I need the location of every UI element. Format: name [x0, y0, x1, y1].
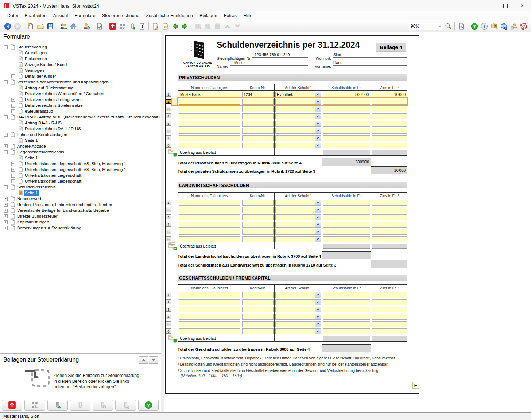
tree-item-verzeichnis-der-wertschriften-und-kapitalanlagen[interactable]: −Verzeichnis der Wertschriften und Kapit… [0, 79, 161, 85]
expand-icon[interactable]: + [11, 109, 15, 113]
debt-balance-input[interactable]: 500'000 [323, 92, 370, 97]
dropdown-button[interactable] [315, 229, 321, 234]
collapse-icon[interactable]: − [4, 80, 8, 84]
row-number-badge[interactable]: 1 [166, 92, 171, 97]
add-supplement-sheet-icon[interactable] [168, 335, 177, 343]
add-supplement-sheet-icon[interactable] [168, 242, 177, 250]
creditor-name-input[interactable] [179, 113, 240, 119]
creditor-name-input[interactable]: MusterBank [179, 92, 240, 97]
interest-input[interactable] [372, 236, 407, 242]
account-number-input[interactable] [242, 106, 274, 112]
tree-item-liegenschaftsverzeichnis[interactable]: −Liegenschaftsverzeichnis [0, 149, 161, 155]
zoom-search-button[interactable] [443, 22, 453, 31]
creditor-name-input[interactable] [179, 99, 240, 105]
creditor-name-input[interactable] [179, 106, 240, 112]
tree-item-detailverzeichnis-wertschriften-guthaben[interactable]: Detailverzeichnis Wertschriften / Guthab… [0, 91, 161, 97]
tree-item-andere-abzüge[interactable]: +Andere Abzüge [0, 143, 161, 149]
interest-input[interactable] [372, 128, 407, 134]
panel-collapse-up-button[interactable] [139, 356, 148, 364]
interest-input[interactable] [372, 292, 407, 298]
expand-icon[interactable]: + [11, 74, 15, 78]
debt-type-select[interactable] [275, 236, 321, 242]
debt-type-select[interactable]: Hypothek [275, 92, 321, 97]
attach-add-button[interactable] [47, 400, 68, 411]
account-number-input[interactable] [242, 200, 274, 206]
row-number-badge[interactable]: 5 [166, 321, 171, 326]
doc-percent-button[interactable]: % [456, 22, 466, 31]
help-button[interactable]: ? [469, 22, 479, 31]
debt-type-select[interactable] [275, 99, 321, 105]
dropdown-button[interactable] [315, 143, 321, 148]
account-number-input[interactable] [242, 307, 274, 312]
tree-item-detailverzeichnis-da-1-r-us[interactable]: Detailverzeichnis DA-1 / R-US [0, 126, 161, 132]
interest-input[interactable]: 10'000 [372, 92, 407, 97]
creditor-name-input[interactable] [179, 314, 240, 320]
debt-balance-input[interactable] [323, 143, 370, 148]
account-number-input[interactable] [242, 128, 274, 134]
tree-item-schuldenverzeichnis[interactable]: −Schuldenverzeichnis [0, 184, 161, 190]
dropdown-button[interactable] [315, 128, 321, 133]
interest-input[interactable] [372, 222, 407, 228]
row-number-badge[interactable]: 6 [166, 128, 171, 133]
expand-icon[interactable]: + [11, 104, 15, 108]
creditor-name-input[interactable] [179, 236, 240, 242]
dropdown-button[interactable] [315, 200, 321, 205]
creditor-name-input[interactable] [179, 222, 240, 228]
vstax-scan-button[interactable] [2, 400, 22, 411]
tree-item-detail-der-kinder[interactable]: +Detail der Kinder [0, 73, 161, 79]
creditor-name-input[interactable] [179, 207, 240, 213]
debt-balance-input[interactable] [323, 321, 370, 327]
contact-button[interactable] [81, 22, 91, 31]
expand-icon[interactable]: + [11, 174, 15, 178]
dropdown-button[interactable] [315, 99, 321, 104]
debt-balance-input[interactable] [323, 328, 370, 334]
creditor-name-input[interactable] [179, 135, 240, 141]
expand-icon[interactable]: + [4, 144, 8, 148]
interest-input[interactable] [372, 135, 407, 141]
expand-icon[interactable]: + [11, 168, 15, 172]
row-number-badge[interactable]: 1 [166, 292, 171, 297]
tree-item-renten-pensionen-leibrenten-und-andere-renten[interactable]: +Renten, Pensionen, Leibrenten und ander… [0, 202, 161, 207]
menu-hilfe[interactable]: Hilfe [240, 12, 256, 19]
account-number-input[interactable] [242, 222, 274, 228]
expand-icon[interactable]: + [11, 179, 15, 183]
tree-item-esteuerauszug[interactable]: +eSteuerauszug [0, 108, 161, 114]
tree-item-detailverzeichnis-lottogewinne[interactable]: +Detailverzeichnis Lottogewinne [0, 97, 161, 102]
debt-balance-input[interactable] [323, 229, 370, 235]
tree-item-unterhaltskosten-liegenschaft-vs-sion-musterweg-1[interactable]: +Unterhaltskosten Liegenschaft: VS, Sion… [0, 167, 161, 172]
lifebuoy-button[interactable] [519, 22, 528, 31]
account-number-input[interactable] [242, 299, 274, 305]
creditor-name-input[interactable] [179, 200, 240, 206]
creditor-name-input[interactable] [179, 128, 240, 134]
debt-balance-input[interactable] [323, 106, 370, 112]
vorname-field[interactable]: Hans [333, 60, 407, 66]
expand-icon[interactable]: + [4, 197, 8, 201]
debt-type-select[interactable] [275, 328, 321, 334]
dropdown-button[interactable] [315, 222, 321, 227]
debt-type-select[interactable] [275, 135, 321, 141]
row-number-badge[interactable]: 4 [166, 113, 171, 118]
collapse-icon[interactable]: − [4, 115, 8, 119]
debt-balance-input[interactable] [323, 292, 370, 298]
dropdown-button[interactable] [315, 106, 321, 112]
expand-icon[interactable]: + [4, 203, 8, 207]
debt-balance-input[interactable] [323, 200, 370, 206]
interest-input[interactable] [372, 99, 407, 105]
dropdown-button[interactable] [315, 114, 321, 119]
account-number-input[interactable] [242, 328, 274, 334]
doc-edit-button[interactable] [150, 22, 160, 31]
tree-item-bemerkungen-zur-steuererklärung[interactable]: +Bemerkungen zur Steuererklärung [0, 225, 161, 231]
debt-type-select[interactable] [275, 314, 321, 320]
attachments-drop-zone[interactable]: Ziehen Sie die Beilagen zur Steuererklär… [0, 365, 161, 399]
dropdown-button[interactable] [315, 307, 321, 312]
tree-item-seite-1[interactable]: Seite 1 [0, 137, 161, 143]
dropdown-button[interactable] [315, 314, 321, 319]
dropdown-button[interactable] [315, 92, 321, 97]
debt-type-select[interactable] [275, 207, 321, 213]
support-button[interactable] [509, 22, 519, 31]
dropdown-button[interactable] [315, 136, 321, 141]
account-number-input[interactable] [242, 292, 274, 298]
interest-input[interactable] [372, 143, 407, 148]
help-button[interactable]: ? [138, 400, 159, 411]
menu-steuerberechnung[interactable]: Steuerberechnung [99, 12, 143, 19]
